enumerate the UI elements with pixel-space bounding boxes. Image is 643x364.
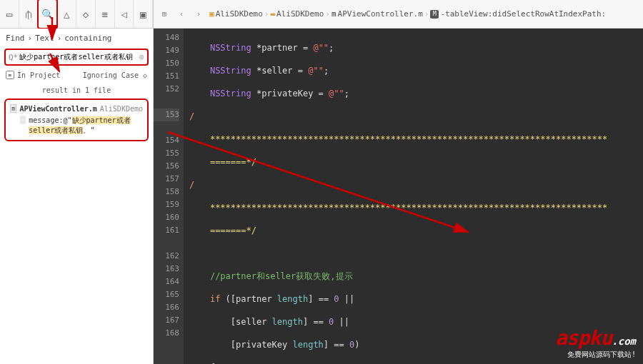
chevron-right-icon: › <box>57 34 62 43</box>
crumb-file: APViewController.m <box>338 9 423 19</box>
scope-label[interactable]: In Project <box>17 71 60 79</box>
chevron-right-icon: › <box>325 9 330 19</box>
crumb-project: AliSDKDemo <box>216 9 263 19</box>
search-tab-icon[interactable]: 🔍 <box>39 0 58 28</box>
result-project: AliSDKDemo <box>100 105 143 113</box>
debug-tab-icon[interactable]: ≡ <box>96 0 115 28</box>
result-match-row[interactable]: message:@"缺少partner或者seller或者私钥。" <box>9 114 144 137</box>
containing-label: containing <box>64 34 111 43</box>
ignoring-case-toggle[interactable]: Ignoring Case ◇ <box>83 71 147 79</box>
crumb-method: -tableView:didSelectRowAtIndexPath: <box>440 9 606 19</box>
clear-icon[interactable]: ⊗ <box>139 52 144 62</box>
symbol-tab-icon[interactable]: ⫛ <box>19 0 39 28</box>
find-mode-row[interactable]: Find› Text› containing <box>0 29 153 47</box>
top-tabbar: ▭ ⫛ 🔍 △ ◇ ≡ ◁ ▣ ⊞ ‹ › ▣ AliSDKDemo › ▬ A… <box>0 0 643 29</box>
scope-icon[interactable]: ≡ <box>6 71 14 79</box>
search-icon: Q* <box>9 53 18 62</box>
search-field[interactable]: Q* ⊗ <box>4 49 149 66</box>
report-tab-icon[interactable]: ▣ <box>134 0 153 28</box>
editor-header: ⊞ ‹ › ▣ AliSDKDemo › ▬ AliSDKDemo › m AP… <box>154 0 643 28</box>
navigator-tabs: ▭ ⫛ 🔍 △ ◇ ≡ ◁ ▣ <box>0 0 154 28</box>
issue-tab-icon[interactable]: △ <box>57 0 76 28</box>
chevron-right-icon: › <box>424 9 429 19</box>
match-icon <box>20 116 26 124</box>
main-area: Find› Text› containing Q* ⊗ ≡ In Project… <box>0 29 643 364</box>
breadcrumb[interactable]: ▣ AliSDKDemo › ▬ AliSDKDemo › m APViewCo… <box>209 9 606 19</box>
result-file-name: APViewController.m <box>19 105 96 113</box>
crumb-folder: AliSDKDemo <box>276 9 324 19</box>
project-icon: ▣ <box>209 9 214 19</box>
result-summary: result in 1 file <box>0 83 153 97</box>
method-icon: M <box>430 10 439 19</box>
chevron-right-icon: › <box>28 34 33 43</box>
watermark: aspku.com 免费网站源码下载站! <box>555 326 636 360</box>
nav-back-icon[interactable]: ‹ <box>175 9 188 19</box>
file-icon: m <box>332 9 337 19</box>
find-label: Find <box>6 34 25 43</box>
search-input[interactable] <box>19 54 139 61</box>
search-scope-row: ≡ In Project Ignoring Case ◇ <box>0 67 153 83</box>
code-area[interactable]: NSString *partner = @""; NSString *selle… <box>184 29 643 364</box>
text-label: Text <box>35 34 54 43</box>
result-list: m APViewController.m AliSDKDemo message:… <box>4 98 149 141</box>
related-items-icon[interactable]: ⊞ <box>158 9 171 19</box>
match-text: message:@"缺少partner或者seller或者私钥。" <box>29 116 144 136</box>
nav-forward-icon[interactable]: › <box>192 9 205 19</box>
code-editor[interactable]: 148149150 151152 153154 155156157 158159… <box>154 29 643 364</box>
search-navigator: Find› Text› containing Q* ⊗ ≡ In Project… <box>0 29 154 364</box>
breakpoint-tab-icon[interactable]: ◁ <box>115 0 134 28</box>
chevron-right-icon: › <box>264 9 269 19</box>
test-tab-icon[interactable]: ◇ <box>76 0 96 28</box>
file-icon: m <box>10 104 16 113</box>
line-gutter: 148149150 151152 153154 155156157 158159… <box>154 29 184 364</box>
folder-tab-icon[interactable]: ▭ <box>0 0 19 28</box>
result-file-row[interactable]: m APViewController.m AliSDKDemo <box>9 103 144 114</box>
folder-icon: ▬ <box>270 9 275 19</box>
